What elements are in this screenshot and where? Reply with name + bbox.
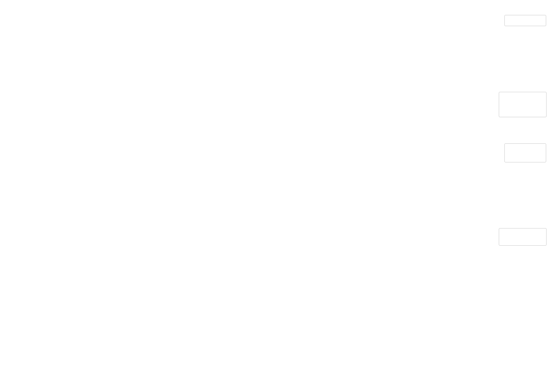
- legend-middle-markers: [499, 228, 547, 246]
- legend-row-ok-mid: [503, 237, 543, 244]
- legend-row-mag-obsid: [508, 145, 542, 153]
- legend-row-highlighted: [503, 101, 543, 108]
- highlighted-marker-swatch-mid: [506, 233, 508, 234]
- not-ok-marker-swatch: [506, 97, 508, 98]
- legend-top-markers: [499, 92, 547, 117]
- legend-mag-lines: [504, 143, 546, 162]
- ok-marker-swatch: [506, 111, 508, 113]
- ok-marker-swatch-mid: [506, 239, 508, 241]
- mag-obsid-line-swatch: [508, 148, 517, 150]
- legend-row-not-ok: [503, 94, 543, 101]
- figure: [0, 0, 560, 392]
- legend-mag-agasc: [504, 15, 546, 26]
- highlighted-marker-swatch: [506, 104, 508, 105]
- legend-row-mag-agasc: [508, 17, 542, 24]
- legend-row-highlighted-mid: [503, 230, 543, 237]
- legend-row-ok: [503, 108, 543, 115]
- mag-line-swatch: [508, 156, 517, 157]
- plots-canvas: [0, 0, 560, 392]
- legend-row-mag: [508, 153, 542, 161]
- mag-agasc-line-swatch: [508, 20, 517, 21]
